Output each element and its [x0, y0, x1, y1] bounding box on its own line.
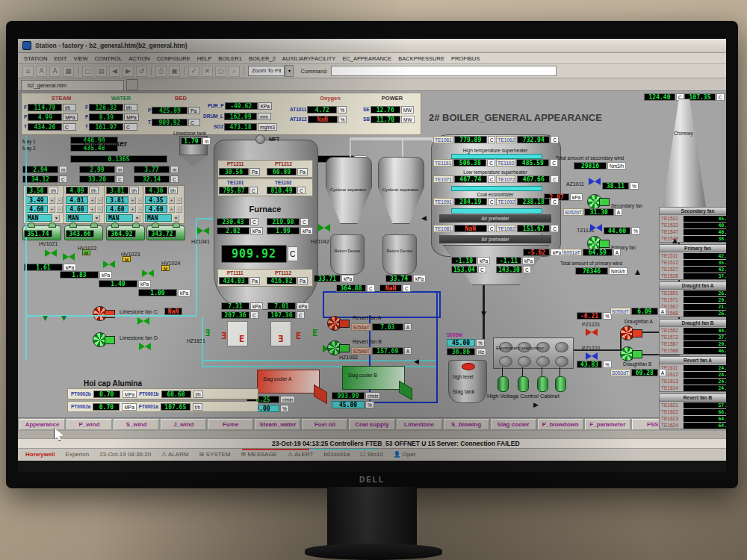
hv1021-valve-icon[interactable] — [45, 249, 57, 257]
nav-button-coal-supply[interactable]: Coal supply — [349, 419, 394, 430]
layout-icon[interactable]: ▤ — [96, 66, 107, 77]
feeder-mode-select[interactable]: MAN — [145, 214, 172, 222]
nav-button-s-blowing[interactable]: S_blowing — [444, 419, 489, 430]
feeder-sp1-down-button[interactable]: - — [96, 196, 103, 204]
feeder-sp1-value[interactable]: 4.01 — [66, 196, 88, 204]
grid-icon[interactable]: ▦ — [63, 66, 74, 77]
feeder-sp1-down-button[interactable]: - — [176, 196, 182, 204]
search-icon[interactable]: ⌕ — [229, 66, 240, 77]
menu-item-control[interactable]: CONTROL — [95, 55, 123, 62]
revert-fan-a-icon[interactable] — [327, 316, 350, 329]
tab-b2-general[interactable]: b2_general.htm — [21, 80, 124, 90]
nav-button-s-wind[interactable]: S_wind — [114, 419, 159, 430]
menu-item-view[interactable]: VIEW — [73, 55, 87, 62]
font-b-icon[interactable]: A — [49, 66, 61, 77]
draught-fan-a-icon[interactable] — [620, 326, 642, 339]
feeder-sp1-value[interactable]: 3.49 — [25, 196, 48, 204]
hv1024-valve-icon[interactable] — [142, 270, 154, 277]
nav-button-j-wind[interactable]: J_wind — [161, 419, 206, 430]
feeder-sp2-value[interactable]: 4.60 — [106, 205, 128, 213]
nav-button-p-wind[interactable]: P_wind — [66, 419, 112, 430]
menu-item-boiler1[interactable]: BOILER1 — [218, 55, 242, 62]
menu-item-backpressure[interactable]: BACKPRESSURE — [398, 55, 444, 62]
menu-item-auxiliaryfacility[interactable]: AUXILIARYFACILITY — [282, 55, 336, 62]
print-icon[interactable]: ⎙ — [155, 66, 167, 77]
feeder-sp2-down-button[interactable]: - — [176, 205, 182, 213]
zoom-select-arrow-icon[interactable]: ▾ — [285, 65, 294, 77]
circle-icon[interactable]: ○ — [215, 66, 226, 77]
menu-item-station[interactable]: STATION — [24, 55, 47, 62]
zoom-select-value[interactable]: Zoom To Fit — [248, 66, 285, 76]
feeder-mode-arrow-icon[interactable]: ▾ — [53, 214, 60, 222]
nav-button-appearance[interactable]: Appearance — [19, 419, 65, 430]
s003m-setpoint[interactable]: 45.00 — [447, 339, 475, 346]
feeder-mode-arrow-icon[interactable]: ▾ — [134, 214, 140, 222]
draught-fan-b-icon[interactable] — [620, 346, 642, 360]
nav-button-limestone[interactable]: Limestone — [397, 419, 442, 430]
pz1221-damper-icon[interactable] — [586, 329, 598, 336]
feeder-sp2-up-button[interactable]: + — [168, 205, 175, 213]
menu-item-ec-appearance[interactable]: EC_APPEARANCE — [342, 55, 391, 62]
alert-button[interactable]: ⚠ ALERT — [288, 449, 314, 460]
feeder-sp2-value[interactable]: 4.60 — [25, 205, 48, 213]
feeder-sp2-value[interactable]: 4.60 — [145, 205, 167, 213]
limestone-valve-d-icon[interactable] — [139, 343, 151, 350]
accept-icon[interactable]: ✓ — [188, 66, 199, 77]
back-icon[interactable]: ◀ — [109, 66, 120, 77]
feeder-mode-arrow-icon[interactable]: ▾ — [173, 214, 179, 222]
menu-item-edit[interactable]: EDIT — [54, 55, 66, 62]
nav-button-fuel-oil[interactable]: Fuel oil — [302, 419, 347, 430]
nav-button-slag-cooler[interactable]: Slag cooler — [491, 419, 536, 430]
font-a-icon[interactable]: A — [36, 66, 47, 77]
command-input[interactable] — [331, 66, 557, 76]
user-menu[interactable]: 👤 Oper — [394, 449, 416, 460]
feeder-sp1-value[interactable]: 3.81 — [106, 196, 128, 204]
feeder-sp1-up-button[interactable]: + — [129, 196, 136, 204]
nav-button-p-blowdown[interactable]: P_blowdown — [538, 419, 583, 430]
hv1023-valve-icon[interactable] — [103, 261, 115, 268]
window-icon[interactable]: ▢ — [82, 66, 93, 77]
system-button[interactable]: ⊞ SYSTEM — [199, 449, 231, 460]
feeder-sp2-up-button[interactable]: + — [129, 205, 136, 213]
feeder-sp1-up-button[interactable]: + — [49, 196, 55, 204]
feeder-sp1-up-button[interactable]: + — [89, 196, 96, 204]
pz1222-damper-icon[interactable] — [586, 352, 598, 360]
hz1042-valve-icon[interactable] — [318, 224, 330, 231]
station-name[interactable]: ☐ Stn10 — [360, 449, 382, 460]
station-icon[interactable]: ⌂ — [22, 66, 34, 77]
az1011-damper-icon[interactable] — [589, 178, 601, 185]
feeder-sp2-value[interactable]: 4.60 — [66, 205, 88, 213]
feeder-sp1-value[interactable]: 4.35 — [145, 196, 167, 204]
feeder-mode-select[interactable]: MAN — [106, 214, 133, 222]
hz1041-valve-icon[interactable] — [197, 227, 209, 234]
menu-item-configure[interactable]: CONFIGURE — [157, 55, 190, 62]
limestone-fan-d-icon[interactable] — [93, 332, 115, 346]
feeder-sp1-down-button[interactable]: - — [56, 196, 63, 204]
menu-item-help[interactable]: HELP — [197, 55, 212, 62]
feeder-mode-arrow-icon[interactable]: ▾ — [93, 214, 100, 222]
cancel-icon[interactable]: ✕ — [202, 66, 213, 77]
feeder-sp2-up-button[interactable]: + — [89, 205, 96, 213]
feeder-sp2-up-button[interactable]: + — [49, 205, 55, 213]
menu-item-boiler-2[interactable]: BOILER_2 — [249, 55, 276, 62]
nav-button-f-parameter[interactable]: F_parameter — [585, 419, 630, 430]
hv1022-valve-icon[interactable] — [63, 253, 75, 261]
nav-button-steam-water[interactable]: Steam_water — [255, 419, 300, 430]
menu-item-action[interactable]: ACTION — [128, 55, 149, 62]
forward-icon[interactable]: ▶ — [123, 66, 134, 77]
feeder-sp2-down-button[interactable]: - — [56, 205, 63, 213]
menu-item-profibus[interactable]: PROFIBUS — [451, 55, 480, 62]
nav-button-fume[interactable]: Fume — [208, 419, 253, 430]
limestone-valve-c-icon[interactable] — [137, 317, 149, 325]
zoom-select[interactable]: Zoom To Fit ▾ — [248, 65, 294, 77]
feeder-sp2-down-button[interactable]: - — [96, 205, 103, 213]
save-icon[interactable]: ▣ — [169, 66, 180, 77]
primary-fan-icon[interactable] — [587, 236, 610, 249]
secondary-fan-icon[interactable] — [587, 194, 610, 208]
undo-icon[interactable]: ↺ — [136, 66, 147, 77]
tab-spare-button[interactable] — [126, 79, 138, 90]
feeder-sp1-up-button[interactable]: + — [168, 196, 175, 204]
tz1131-damper-icon[interactable] — [590, 224, 602, 231]
message-button[interactable]: ✉ MESSAGE — [241, 449, 277, 460]
slag-cooler-b-setpoint[interactable]: 45.00 — [332, 401, 365, 408]
